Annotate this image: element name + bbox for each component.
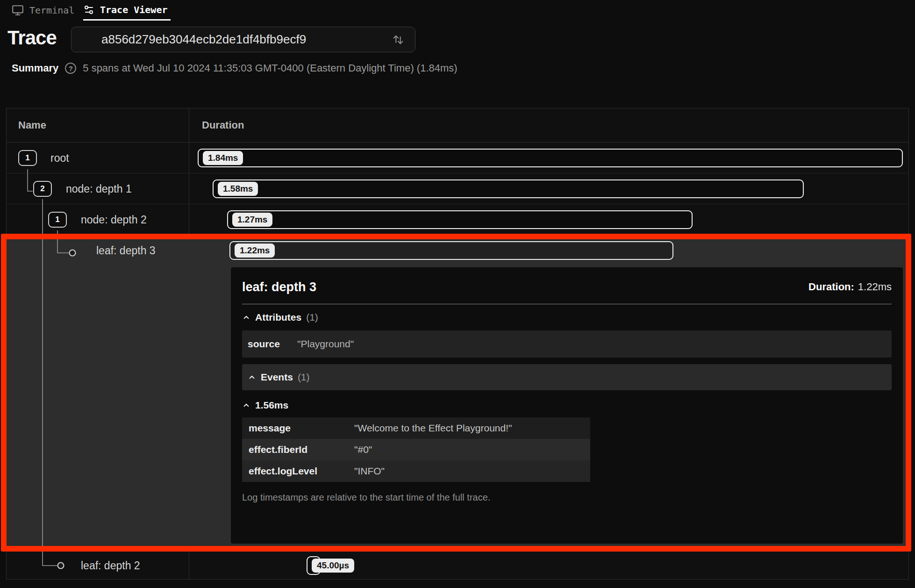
span-detail-title: leaf: depth 3 (242, 280, 316, 294)
duration-value: 1.22ms (858, 281, 892, 293)
event-fields-table: message "Welcome to the Effect Playgroun… (242, 417, 590, 482)
attributes-count: (1) (306, 312, 318, 323)
attributes-section-toggle[interactable]: Attributes (1) (242, 304, 892, 330)
trace-header: Trace a856d279eb3044ecb2de1df4bfb9ecf9 (7, 27, 57, 49)
table-row[interactable]: 1 root 1.84ms (7, 143, 908, 173)
table-row-selected[interactable]: leaf: depth 3 1.22ms leaf: depth 3 Durat… (7, 235, 908, 552)
attribute-key: source (242, 338, 297, 350)
column-header-name: Name (18, 108, 46, 142)
page-title: Trace (7, 27, 57, 49)
event-time-toggle[interactable]: 1.56ms (242, 393, 892, 417)
log-timestamps-note: Log timestamps are relative to the start… (242, 492, 892, 503)
summary-label: Summary (12, 62, 58, 74)
events-section-toggle[interactable]: Events (1) (242, 364, 892, 390)
event-field-row: message "Welcome to the Effect Playgroun… (242, 417, 590, 439)
events-heading: Events (261, 372, 293, 383)
span-detail-panel: leaf: depth 3 Duration:1.22ms Attributes… (231, 267, 903, 544)
event-field-key: effect.fiberId (242, 444, 354, 455)
tab-terminal[interactable]: Terminal (12, 0, 74, 21)
tab-bar: Terminal Trace Viewer (0, 0, 915, 22)
span-name: root (50, 143, 69, 173)
tab-trace-viewer[interactable]: Trace Viewer (83, 0, 171, 21)
attributes-heading: Attributes (255, 312, 301, 323)
span-count-badge[interactable]: 1 (18, 150, 37, 166)
span-detail-duration: Duration:1.22ms (808, 281, 892, 293)
tab-trace-viewer-label: Trace Viewer (100, 4, 168, 15)
duration-pill: 1.58ms (218, 182, 258, 196)
span-name: node: depth 2 (81, 204, 147, 235)
span-name: leaf: depth 3 (96, 235, 156, 266)
table-row[interactable]: 2 node: depth 1 1.58ms (7, 173, 908, 204)
duration-bar[interactable]: 45.00µs (307, 556, 321, 575)
sliders-icon (83, 4, 94, 15)
trace-viewer-screen: Terminal Trace Viewer Trace a856d279eb30… (0, 0, 915, 588)
column-header-duration: Duration (202, 108, 244, 142)
event-field-value: "Welcome to the Effect Playground!" (354, 423, 512, 434)
trace-id-select[interactable]: a856d279eb3044ecb2de1df4bfb9ecf9 (71, 27, 415, 52)
span-name: leaf: depth 2 (81, 552, 140, 580)
event-field-key: effect.logLevel (242, 466, 354, 477)
tab-terminal-label: Terminal (29, 5, 74, 16)
attribute-value: "Playground" (297, 338, 354, 350)
help-icon[interactable]: ? (65, 63, 76, 74)
event-field-key: message (242, 423, 354, 434)
trace-id-value: a856d279eb3044ecb2de1df4bfb9ecf9 (101, 32, 392, 47)
table-row[interactable]: 1 node: depth 2 1.27ms (7, 204, 908, 235)
duration-bar[interactable]: 1.27ms (227, 210, 693, 229)
duration-cell: 45.00µs (189, 552, 908, 580)
event-field-value: "#0" (354, 444, 372, 455)
terminal-monitor-icon (12, 4, 24, 16)
chevron-up-icon (242, 401, 250, 409)
span-table: Name Duration 1 root 1.84ms 2 (6, 108, 909, 580)
event-time: 1.56ms (255, 400, 288, 411)
chevron-up-icon (248, 373, 256, 381)
event-field-value: "INFO" (354, 466, 385, 477)
duration-cell: 1.58ms (189, 173, 908, 204)
sort-arrows-icon (392, 34, 405, 46)
span-count-badge[interactable]: 1 (48, 212, 67, 228)
duration-cell: 1.27ms (189, 204, 908, 235)
duration-pill: 1.84ms (203, 151, 243, 165)
span-name: node: depth 1 (66, 173, 132, 204)
summary-row: Summary ? 5 spans at Wed Jul 10 2024 11:… (12, 62, 458, 74)
attribute-row: source "Playground" (242, 330, 892, 358)
duration-cell: 1.84ms (189, 143, 908, 173)
duration-bar[interactable]: 1.58ms (213, 179, 804, 198)
table-row[interactable]: leaf: depth 2 45.00µs (7, 552, 908, 580)
summary-text: 5 spans at Wed Jul 10 2024 11:35:03 GMT-… (83, 62, 457, 74)
event-field-row: effect.fiberId "#0" (242, 439, 590, 460)
span-detail-header: leaf: depth 3 Duration:1.22ms (242, 267, 892, 304)
duration-pill: 1.27ms (232, 213, 272, 227)
duration-bar[interactable]: 1.22ms (229, 241, 673, 260)
events-count: (1) (298, 372, 310, 383)
span-count-badge[interactable]: 2 (33, 181, 52, 197)
event-field-row: effect.logLevel "INFO" (242, 460, 590, 482)
duration-label: Duration: (808, 281, 854, 293)
chevron-up-icon (242, 313, 250, 322)
duration-pill: 1.22ms (235, 244, 275, 258)
duration-bar[interactable]: 1.84ms (198, 149, 903, 167)
duration-cell: 1.22ms leaf: depth 3 Duration:1.22ms (189, 235, 908, 266)
table-header: Name Duration (7, 108, 908, 143)
duration-pill: 45.00µs (312, 559, 354, 573)
